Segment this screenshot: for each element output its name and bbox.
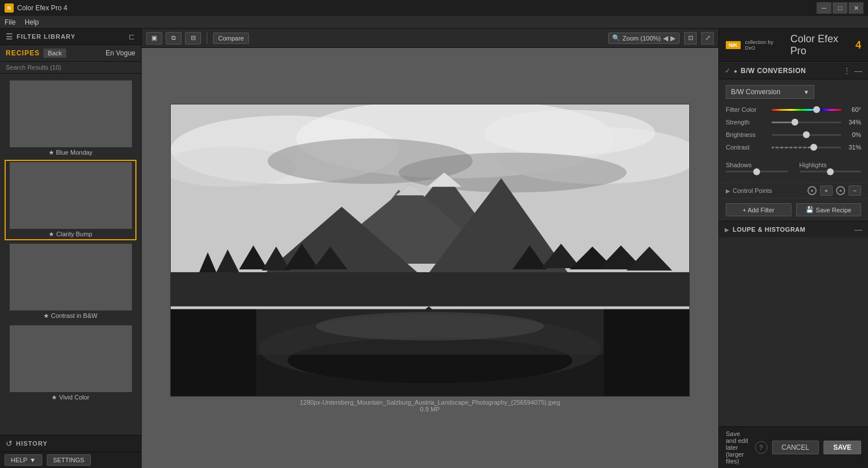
loupe-section: ▶ LOUPE & HISTOGRAM —	[719, 221, 868, 237]
history-label: HISTORY	[16, 440, 47, 447]
history-icon: ↺	[6, 439, 13, 448]
cp-remove-button[interactable]: −	[849, 185, 861, 196]
highlights-thumb[interactable]	[827, 168, 834, 175]
history-bar[interactable]: ↺ HISTORY	[0, 435, 141, 451]
fit-button[interactable]: ⊡	[684, 32, 697, 45]
section-label: B/W CONVERSION	[741, 67, 839, 75]
filter-controls: B/W Conversion ▼ Filter Color 60° Streng…	[719, 79, 868, 162]
list-item[interactable]: ★ Clarity Bump	[5, 160, 136, 240]
image-canvas: 1280px-Untersberg_Mountain_Salzburg_Aust…	[142, 48, 718, 468]
filter-name: ★ Vivid Color	[51, 394, 89, 401]
menu-file[interactable]: File	[5, 18, 15, 26]
dropdown-arrow-icon: ▼	[803, 89, 809, 95]
filter-color-value: 60°	[841, 106, 861, 113]
slider-thumb[interactable]	[803, 131, 810, 138]
slider-thumb[interactable]	[791, 119, 798, 126]
en-vogue-label: En Vogue	[106, 49, 135, 57]
save-recipe-button[interactable]: 💾 Save Recipe	[796, 203, 862, 216]
highlights-control: Highlights	[799, 162, 862, 172]
cp-add-button[interactable]: +	[820, 185, 833, 196]
brightness-value: 0%	[841, 131, 861, 138]
filter-section: ✓ ● B/W CONVERSION ⋮ — B/W Conversion ▼ …	[719, 62, 868, 426]
help-button[interactable]: HELP ▼	[5, 454, 42, 466]
zoom-control: 🔍 Zoom (100%) ◀ ▶	[608, 33, 680, 44]
minimize-button[interactable]: ─	[817, 2, 831, 14]
zoom-label: Zoom (100%)	[622, 35, 661, 42]
save-later-label: Save and edit later (larger files)	[726, 430, 750, 465]
filter-thumbnail	[10, 162, 132, 229]
slider-thumb[interactable]	[813, 106, 820, 113]
menubar: File Help	[0, 16, 868, 29]
loupe-collapse-icon[interactable]: —	[854, 225, 862, 234]
control-points-label: ▶ Control Points	[726, 187, 807, 194]
section-menu-icon[interactable]: ⋮	[843, 66, 851, 75]
contrast-slider[interactable]	[771, 143, 841, 151]
loupe-header[interactable]: ▶ LOUPE & HISTOGRAM —	[719, 221, 868, 237]
close-button[interactable]: ✕	[849, 2, 863, 14]
photo-container: 1280px-Untersberg_Mountain_Salzburg_Aust…	[170, 104, 690, 413]
compare-button[interactable]: Compare	[213, 33, 249, 44]
save-button[interactable]: SAVE	[823, 441, 861, 454]
cancel-button[interactable]: CANCEL	[772, 441, 819, 454]
brightness-slider[interactable]	[771, 131, 841, 139]
shadows-slider[interactable]	[726, 171, 788, 172]
contrast-value: 31%	[841, 144, 861, 151]
svg-point-5	[484, 110, 655, 155]
collapse-icon[interactable]: —	[854, 66, 862, 75]
zoom-next-button[interactable]: ▶	[670, 34, 676, 42]
right-panel: NIK collection by DxO Color Efex Pro 4 ✓…	[718, 29, 868, 468]
control-points-row: ▶ Control Points ● + ● −	[719, 183, 868, 198]
nik-badge-label: NIK	[729, 42, 738, 48]
filter-library-header: ☰ FILTER LIBRARY ⊏	[0, 29, 141, 45]
zoom-prev-button[interactable]: ◀	[663, 34, 668, 42]
export-icon[interactable]: ⊏	[128, 32, 135, 41]
add-filter-button[interactable]: + Add Filter	[726, 203, 791, 216]
image-filename: 1280px-Untersberg_Mountain_Salzburg_Aust…	[300, 399, 560, 406]
collection-label: collection by DxO	[745, 39, 781, 51]
filter-name: ★ Contrast in B&W	[43, 312, 97, 320]
filter-name: ★ Clarity Bump	[49, 231, 92, 238]
app-version-label: 4	[855, 39, 861, 51]
shadows-label: Shadows	[726, 162, 788, 168]
list-item[interactable]: ★ Vivid Color	[5, 323, 136, 404]
check-icon: ✓	[725, 67, 730, 75]
back-button[interactable]: Back	[43, 49, 66, 58]
bw-dropdown[interactable]: B/W Conversion ▼	[726, 85, 814, 99]
cp-arrow-icon: ▶	[726, 188, 730, 194]
action-help-button[interactable]: ?	[755, 441, 767, 454]
save-recipe-label: Save Recipe	[816, 207, 851, 213]
filter-library-label: FILTER LIBRARY	[17, 33, 75, 40]
fullscreen-button[interactable]: ⤢	[701, 32, 714, 45]
svg-rect-15	[171, 272, 689, 306]
filter-thumbnail	[10, 325, 132, 392]
contrast-label: Contrast	[726, 144, 771, 151]
window-title: Color Efex Pro 4	[17, 4, 813, 12]
filter-name: ★ Blue Monday	[49, 149, 93, 156]
filter-list: ★ Blue Monday ★ Clarity Bump ★ Contrast …	[0, 74, 141, 435]
image-toolbar: ▣ ⧉ ⊟ Compare 🔍 Zoom (100%) ◀ ▶ ⊡ ⤢	[142, 29, 718, 48]
maximize-button[interactable]: □	[833, 2, 847, 14]
strength-slider[interactable]	[771, 118, 841, 126]
filter-thumbnail	[10, 80, 132, 147]
view-split-h-button[interactable]: ⊟	[185, 32, 201, 45]
menu-icon[interactable]: ☰	[6, 32, 13, 41]
slider-track	[771, 122, 841, 123]
filter-color-slider[interactable]	[771, 106, 841, 114]
view-single-button[interactable]: ▣	[146, 32, 162, 45]
slider-thumb[interactable]	[810, 144, 817, 151]
filter-thumbnail	[10, 244, 132, 310]
filter-color-label: Filter Color	[726, 106, 771, 113]
shadows-thumb[interactable]	[753, 168, 760, 175]
loupe-label: LOUPE & HISTOGRAM	[733, 226, 851, 233]
slider-track	[771, 147, 841, 148]
bw-section-header[interactable]: ✓ ● B/W CONVERSION ⋮ —	[719, 62, 868, 79]
app-header: NIK collection by DxO Color Efex Pro 4	[719, 29, 868, 62]
settings-button[interactable]: SETTINGS	[47, 454, 91, 466]
menu-help[interactable]: Help	[25, 18, 39, 26]
list-item[interactable]: ★ Blue Monday	[5, 78, 136, 159]
list-item[interactable]: ★ Contrast in B&W	[5, 241, 136, 322]
svg-rect-34	[604, 309, 689, 396]
highlights-slider[interactable]	[799, 171, 862, 172]
view-split-v-button[interactable]: ⧉	[166, 32, 182, 45]
bottom-bar: HELP ▼ SETTINGS	[0, 451, 141, 468]
